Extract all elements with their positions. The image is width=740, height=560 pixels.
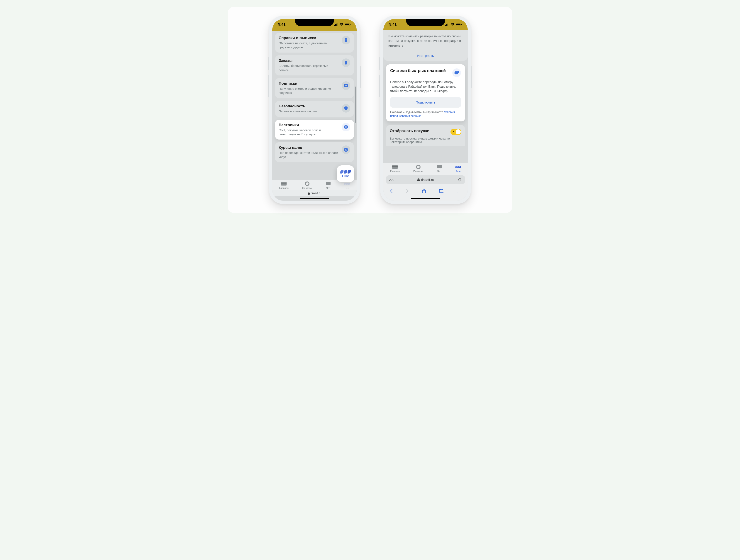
circle-icon — [305, 181, 309, 186]
ticket-icon — [342, 59, 350, 67]
card-subtitle: СБП, покупки, часовой пояс и регистрация… — [279, 128, 339, 136]
card-statements[interactable]: Справки и выписки Об остатке на счете, с… — [275, 33, 354, 52]
share-icon[interactable] — [422, 189, 426, 194]
tab-chat[interactable]: Чат — [326, 181, 331, 189]
svg-rect-20 — [445, 25, 446, 26]
mail-icon — [342, 81, 350, 90]
svg-rect-15 — [281, 182, 287, 186]
phone-mockup-left: 9:41 Справки и выписки Об остатке на сче… — [269, 16, 360, 204]
svg-rect-10 — [344, 84, 348, 87]
status-time: 9:41 — [389, 22, 396, 26]
lock-icon — [418, 178, 420, 181]
lock-icon — [308, 192, 310, 195]
wifi-icon — [340, 23, 344, 26]
phone-mockup-right: 9:41 Вы можете изменять размеры лимитов … — [380, 16, 471, 204]
card-subtitle: Получение счетов и редактирование подпис… — [279, 87, 339, 95]
tab-payments[interactable]: Платежи — [302, 181, 312, 189]
card-settings[interactable]: Настройки СБП, покупки, часовой пояс и р… — [275, 120, 354, 139]
notch — [406, 19, 445, 26]
cards-stack-icon — [452, 69, 461, 77]
chat-icon — [437, 164, 442, 170]
card-subtitle: Пароли и активные сессии — [279, 109, 339, 113]
svg-rect-1 — [335, 24, 336, 26]
card-title: Заказы — [279, 59, 339, 63]
svg-rect-16 — [281, 183, 287, 184]
svg-rect-30 — [392, 166, 398, 167]
app-content: Справки и выписки Об остатке на счете, с… — [272, 30, 357, 180]
shield-icon — [342, 104, 350, 113]
card-security[interactable]: Безопасность Пароли и активные сессии — [275, 101, 354, 117]
svg-rect-29 — [392, 165, 398, 169]
sbp-description: Сейчас вы получаете переводы по номеру т… — [390, 80, 461, 94]
svg-point-12 — [345, 126, 347, 127]
svg-point-31 — [417, 165, 420, 169]
tab-home[interactable]: Главная — [279, 181, 289, 189]
svg-rect-6 — [350, 24, 351, 25]
safari-mini-address[interactable]: tinkoff.ru — [272, 190, 357, 196]
card-icon — [392, 164, 398, 170]
floating-more-button[interactable]: Еще — [337, 165, 354, 182]
home-indicator — [272, 196, 357, 201]
battery-icon — [345, 23, 351, 26]
tab-chat[interactable]: Чат — [437, 164, 442, 173]
svg-text:$: $ — [345, 148, 347, 151]
bookmarks-icon[interactable] — [439, 189, 444, 193]
card-title: Безопасность — [279, 104, 339, 109]
svg-rect-3 — [338, 23, 338, 26]
status-time: 9:41 — [278, 22, 285, 26]
sbp-terms: Нажимая «Подключить» вы принимаете Услов… — [390, 110, 461, 118]
tab-more[interactable]: Еще — [344, 181, 350, 189]
notch — [295, 19, 334, 26]
svg-rect-32 — [437, 165, 442, 168]
scrollbar[interactable] — [355, 87, 356, 123]
limits-description: Вы можете изменять размеры лимитов по св… — [388, 34, 463, 48]
cellular-signal-icon — [334, 23, 338, 26]
forward-icon — [406, 189, 409, 193]
gear-icon — [342, 123, 350, 131]
sbp-card: Система быстрых платежей Сейчас вы получ… — [386, 64, 465, 121]
svg-rect-0 — [334, 25, 335, 26]
home-indicator — [383, 196, 468, 201]
svg-rect-22 — [448, 23, 448, 26]
more-icon — [455, 164, 461, 170]
tabs-icon[interactable] — [457, 189, 461, 193]
show-purchases-toggle[interactable] — [451, 129, 461, 135]
battery-icon — [456, 23, 462, 26]
tab-home[interactable]: Главная — [390, 164, 400, 173]
tab-bar: Главная Платежи Чат Еще — [383, 163, 468, 174]
svg-rect-26 — [461, 24, 462, 25]
card-subtitle: Билеты, бронирования, страховые полисы — [279, 64, 339, 72]
chat-icon — [326, 181, 331, 186]
showcase-stage: 9:41 Справки и выписки Об остатке на сче… — [227, 7, 513, 213]
tab-bar: Главная Платежи Чат Еще Еще — [272, 180, 357, 190]
svg-point-17 — [305, 182, 309, 186]
tab-payments[interactable]: Платежи — [413, 164, 424, 173]
card-title: Подписки — [279, 81, 339, 86]
currency-icon: $ — [342, 145, 350, 154]
safari-toolbar — [383, 186, 468, 196]
cellular-signal-icon — [445, 23, 449, 26]
sbp-title: Система быстрых платежей — [390, 69, 450, 77]
tab-more[interactable]: Еще — [455, 164, 461, 173]
toggle-subtitle: Вы можете просматривать детали чека по н… — [390, 137, 461, 144]
limits-card-partial: Вы можете изменять размеры лимитов по св… — [383, 30, 468, 61]
wifi-icon — [451, 23, 455, 26]
back-icon[interactable] — [390, 189, 393, 193]
card-exchange-rates[interactable]: Курсы валют При переводе, снятии наличны… — [275, 142, 354, 162]
svg-rect-2 — [337, 23, 337, 26]
card-title: Настройки — [279, 123, 339, 127]
card-orders[interactable]: Заказы Билеты, бронирования, страховые п… — [275, 55, 354, 75]
card-subtitle: При переводе, снятии наличных и оплате у… — [279, 151, 339, 159]
card-subscriptions[interactable]: Подписки Получение счетов и редактирован… — [275, 78, 354, 98]
reload-icon[interactable] — [458, 178, 462, 182]
svg-rect-35 — [458, 189, 461, 192]
safari-url-pill[interactable]: AA tinkoff.ru — [386, 175, 465, 184]
sbp-connect-button[interactable]: Подключить — [390, 97, 461, 108]
more-icon — [340, 170, 351, 174]
document-icon — [342, 36, 350, 44]
limits-configure-link[interactable]: Настроить — [388, 54, 463, 58]
app-content: Вы можете изменять размеры лимитов по св… — [383, 30, 468, 163]
reader-icon[interactable]: AA — [389, 178, 393, 182]
svg-rect-25 — [456, 23, 460, 25]
card-subtitle: Об остатке на счете, с движением средств… — [279, 41, 339, 49]
